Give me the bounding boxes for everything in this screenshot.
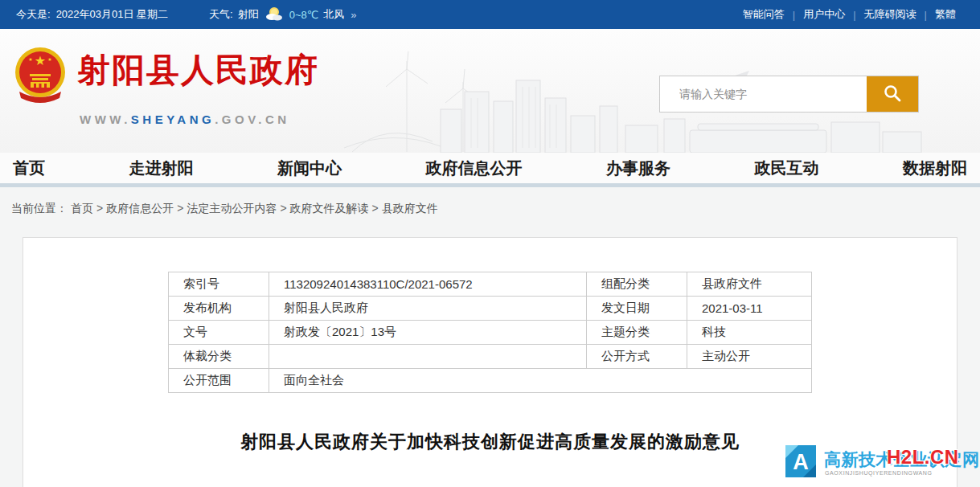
doc-info-value: 11320924014383110C/2021-06572 xyxy=(269,272,587,297)
doc-info-value xyxy=(269,345,587,369)
breadcrumb-link-2[interactable]: 政府信息公开 xyxy=(106,202,174,215)
nav-item-news-center[interactable]: 新闻中心 xyxy=(277,158,342,179)
breadcrumb-separator: > xyxy=(280,202,286,215)
nav-item-data-sheyang[interactable]: 数据射阳 xyxy=(903,158,967,179)
doc-info-value: 2021-03-11 xyxy=(687,297,812,321)
svg-text:A: A xyxy=(793,450,809,474)
breadcrumb: 当前位置：首页>政府信息公开>法定主动公开内容>政府文件及解读>县政府文件 xyxy=(0,187,980,237)
doc-info-row: 文号射政发〔2021〕13号主题分类科技 xyxy=(169,321,812,345)
topbar-link-user-center[interactable]: 用户中心 xyxy=(803,7,845,22)
search-box xyxy=(659,76,919,113)
topbar-link-smart-qa[interactable]: 智能问答 xyxy=(743,7,785,22)
search-button[interactable] xyxy=(867,76,918,112)
topbar-link-traditional-chinese[interactable]: 繁體 xyxy=(935,7,956,22)
doc-info-row: 索引号11320924014383110C/2021-06572组配分类县政府文… xyxy=(169,272,812,297)
topbar: 今天是: 2022年03月01日 星期二 天气: 射阳 0~8℃ 北风 » 智能… xyxy=(0,0,980,29)
breadcrumb-link-4[interactable]: 政府文件及解读 xyxy=(290,202,369,215)
watermark-logo: A 高新技术企业认定网 H2L.CN GAOXINJISHUQIYERENDIN… xyxy=(776,439,980,487)
breadcrumb-link-5[interactable]: 县政府文件 xyxy=(382,202,438,215)
doc-info-row: 体裁分类公开方式主动公开 xyxy=(169,345,812,369)
topbar-links: 智能问答|用户中心|无障碍阅读|繁體 xyxy=(735,7,964,22)
doc-info-label: 文号 xyxy=(169,321,269,345)
main-nav: 首页走进射阳新闻中心政府信息公开办事服务政民互动数据射阳 xyxy=(0,153,980,183)
breadcrumb-separator: > xyxy=(372,202,379,215)
site-url: WWW.SHEYANG.GOV.CN xyxy=(80,113,290,126)
doc-info-label: 发布机构 xyxy=(169,297,269,321)
doc-info-table: 索引号11320924014383110C/2021-06572组配分类县政府文… xyxy=(168,272,812,393)
watermark-pinyin-text: GAOXINJISHUQIYERENDINGWANG xyxy=(825,470,933,476)
doc-info-label: 组配分类 xyxy=(587,272,687,297)
topbar-link-accessibility[interactable]: 无障碍阅读 xyxy=(864,7,916,22)
breadcrumb-separator: > xyxy=(96,202,103,215)
search-input[interactable] xyxy=(660,76,867,112)
doc-info-value: 主动公开 xyxy=(687,345,812,369)
link-separator: | xyxy=(853,9,855,21)
site-header: ★ ★ ★ 射阳县人民政府 WWW.SHEYANG.GOV.CN xyxy=(0,29,980,153)
nav-item-services[interactable]: 办事服务 xyxy=(606,158,670,179)
site-url-suffix: .GOV.CN xyxy=(215,113,289,126)
doc-info-label: 公开范围 xyxy=(169,369,269,393)
svg-text:★: ★ xyxy=(28,57,32,62)
watermark-a-icon: A xyxy=(782,440,819,484)
doc-info-label: 体裁分类 xyxy=(169,345,269,369)
svg-text:★: ★ xyxy=(35,54,46,68)
doc-info-label: 索引号 xyxy=(169,272,269,297)
watermark-h2l-text: H2L.CN xyxy=(887,446,959,469)
sun-cloud-icon xyxy=(264,6,285,24)
link-separator: | xyxy=(793,9,795,21)
breadcrumb-link-1[interactable]: 首页 xyxy=(71,202,93,215)
breadcrumb-link-3[interactable]: 法定主动公开内容 xyxy=(187,202,277,215)
doc-info-value: 县政府文件 xyxy=(687,272,812,297)
temperature: 0~8℃ xyxy=(289,9,319,21)
doc-info-value: 面向全社会 xyxy=(269,369,812,393)
doc-info-row: 公开范围面向全社会 xyxy=(169,369,812,393)
breadcrumb-label: 当前位置： xyxy=(11,202,68,215)
national-emblem-logo: ★ ★ ★ xyxy=(14,45,66,106)
current-date: 2022年03月01日 星期二 xyxy=(56,7,168,22)
nav-item-public-interaction[interactable]: 政民互动 xyxy=(755,158,819,179)
doc-info-label: 发文日期 xyxy=(587,297,687,321)
doc-info-value: 科技 xyxy=(687,321,812,345)
weather-city: 射阳 xyxy=(238,7,259,22)
date-label: 今天是: xyxy=(16,7,51,22)
doc-info-value: 射政发〔2021〕13号 xyxy=(269,321,587,345)
weather-more-arrow[interactable]: » xyxy=(351,9,356,21)
nav-item-home[interactable]: 首页 xyxy=(13,158,45,179)
wind: 北风 xyxy=(323,7,344,22)
doc-info-label: 公开方式 xyxy=(587,345,687,369)
weather-label: 天气: xyxy=(209,7,233,22)
nav-item-about-sheyang[interactable]: 走进射阳 xyxy=(129,158,194,179)
site-title: 射阳县人民政府 xyxy=(77,48,319,92)
doc-info-value: 射阳县人民政府 xyxy=(269,297,587,321)
doc-info-label: 主题分类 xyxy=(587,321,687,345)
search-icon xyxy=(883,84,902,105)
site-url-domain: SHEYANG xyxy=(131,113,215,126)
svg-text:★: ★ xyxy=(47,57,51,62)
nav-item-gov-info-disclosure[interactable]: 政府信息公开 xyxy=(426,158,523,179)
link-separator: | xyxy=(925,9,927,21)
doc-info-row: 发布机构射阳县人民政府发文日期2021-03-11 xyxy=(169,297,812,321)
site-url-www: WWW. xyxy=(80,113,131,126)
breadcrumb-separator: > xyxy=(177,202,183,215)
